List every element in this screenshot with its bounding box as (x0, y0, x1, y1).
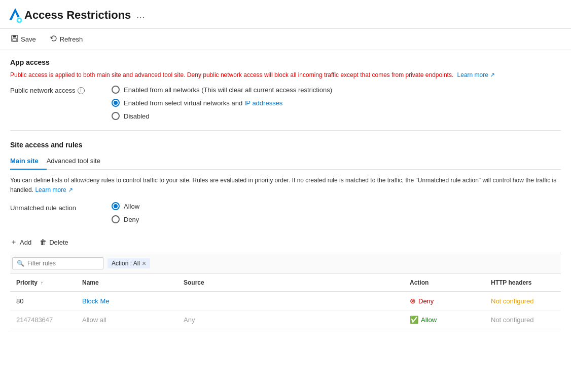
site-description: You can define lists of allow/deny rules… (10, 176, 561, 195)
rules-actions-bar: ＋ Add 🗑 Delete (10, 231, 561, 253)
action-deny: ⊗ Deny (410, 297, 479, 305)
app-icon (6, 6, 24, 24)
refresh-icon (50, 35, 57, 44)
unmatched-allow[interactable]: Allow (112, 202, 139, 210)
table-header: Priority ↑ Name Source Action HTTP heade… (10, 274, 561, 292)
radio-all-networks[interactable]: Enabled from all networks (This will cle… (112, 86, 332, 94)
row-name: Block Me (76, 292, 177, 310)
ellipsis-button[interactable]: … (136, 10, 145, 21)
row-action: ✅ Allow (404, 310, 485, 329)
row-source: Any (177, 310, 404, 329)
toolbar: Save Refresh (0, 29, 571, 50)
tab-advanced-tool-site[interactable]: Advanced tool site (47, 153, 109, 170)
table-row: 2147483647 Allow all Any ✅ Allow Not con… (10, 310, 561, 329)
row-action: ⊗ Deny (404, 292, 485, 310)
filter-rules-input[interactable] (27, 260, 99, 267)
unmatched-rule-options: Allow Deny (112, 202, 139, 223)
public-network-options: Enabled from all networks (This will cle… (112, 86, 332, 120)
radio-select-networks-circle (112, 99, 120, 107)
add-button[interactable]: ＋ Add (10, 236, 31, 249)
row-priority: 80 (10, 292, 76, 310)
public-network-row: Public network access i Enabled from all… (10, 86, 561, 120)
table-row: 80 Block Me ⊗ Deny Not conf (10, 292, 561, 310)
section-divider (10, 130, 561, 131)
delete-icon: 🗑 (40, 238, 47, 246)
public-network-label: Public network access i (10, 86, 112, 94)
row-priority: 2147483647 (10, 310, 76, 329)
radio-select-networks[interactable]: Enabled from select virtual networks and… (112, 99, 332, 107)
table-body: 80 Block Me ⊗ Deny Not conf (10, 292, 561, 329)
row-http-headers: Not configured (485, 292, 561, 310)
unmatched-allow-label: Allow (124, 203, 139, 210)
unmatched-deny[interactable]: Deny (112, 215, 139, 223)
deny-icon: ⊗ (410, 297, 416, 305)
sort-priority-icon: ↑ (41, 280, 43, 286)
filter-input-wrap[interactable]: 🔍 (12, 257, 103, 269)
delete-button[interactable]: 🗑 Delete (40, 236, 68, 248)
save-label: Save (21, 35, 36, 43)
action-allow: ✅ Allow (410, 316, 479, 324)
radio-disabled-label: Disabled (124, 112, 150, 120)
page-title: Access Restrictions (24, 9, 131, 22)
filter-bar: 🔍 Action : All × (10, 253, 561, 274)
svg-rect-5 (13, 38, 17, 41)
radio-all-networks-circle (112, 86, 120, 94)
col-name: Name (76, 274, 177, 292)
refresh-label: Refresh (60, 35, 83, 43)
app-access-learn-more[interactable]: Learn more ↗ (457, 71, 495, 79)
filter-tag-close-button[interactable]: × (142, 260, 146, 267)
allow-icon: ✅ (410, 316, 418, 324)
rules-table: Priority ↑ Name Source Action HTTP heade… (10, 274, 561, 329)
app-access-info: Public access is applied to both main si… (10, 70, 561, 80)
save-icon (11, 35, 18, 44)
row-source (177, 292, 404, 310)
col-http-headers: HTTP headers (485, 274, 561, 292)
page-header: Access Restrictions … (0, 0, 571, 29)
save-button[interactable]: Save (8, 33, 39, 46)
radio-disabled-circle (112, 112, 120, 120)
unmatched-deny-label: Deny (124, 216, 139, 223)
filter-tag-action: Action : All × (108, 258, 150, 268)
col-priority: Priority ↑ (10, 274, 76, 292)
radio-select-networks-label: Enabled from select virtual networks and… (124, 99, 282, 107)
app-access-title: App access (10, 58, 561, 66)
unmatched-allow-circle (112, 202, 120, 210)
svg-rect-4 (13, 35, 16, 37)
row-name: Allow all (76, 310, 177, 329)
unmatched-rule-label: Unmatched rule action (10, 202, 112, 212)
col-action: Action (404, 274, 485, 292)
unmatched-deny-circle (112, 215, 120, 223)
filter-tag-label: Action : All (112, 260, 140, 267)
row-http-headers: Not configured (485, 310, 561, 329)
public-network-info-icon[interactable]: i (78, 87, 85, 94)
radio-disabled[interactable]: Disabled (112, 112, 332, 120)
site-access-title: Site access and rules (10, 141, 561, 149)
site-learn-more[interactable]: Learn more ↗ (35, 186, 73, 193)
refresh-button[interactable]: Refresh (47, 33, 86, 46)
unmatched-rule-row: Unmatched rule action Allow Deny (10, 202, 561, 223)
add-icon: ＋ (10, 238, 17, 247)
tab-main-site[interactable]: Main site (10, 153, 47, 170)
radio-all-networks-label: Enabled from all networks (This will cle… (124, 86, 332, 94)
main-content: App access Public access is applied to b… (0, 50, 571, 337)
rule-name-link[interactable]: Block Me (82, 297, 109, 305)
site-tabs: Main site Advanced tool site (10, 153, 561, 170)
search-icon: 🔍 (17, 260, 24, 267)
col-source: Source (177, 274, 404, 292)
